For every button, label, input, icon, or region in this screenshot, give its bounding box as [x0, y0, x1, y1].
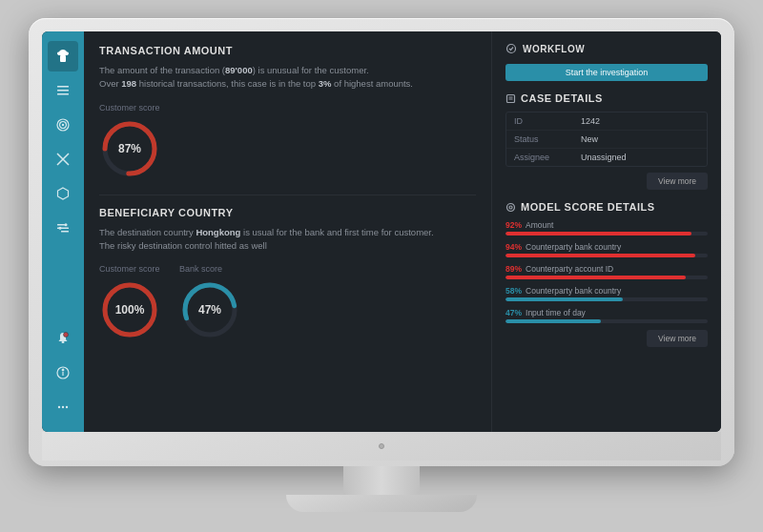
case-details-header: CASE DETAILS	[505, 92, 708, 104]
sidebar-icon-logo[interactable]	[48, 41, 78, 72]
transaction-customer-pct: 87%	[118, 142, 141, 155]
score-bar-fill-0	[505, 232, 691, 235]
monitor-stand	[29, 466, 734, 512]
model-score-icon	[505, 202, 516, 213]
score-bar-track-3	[505, 297, 708, 301]
case-row-assignee: Assignee Unassigned	[506, 149, 707, 166]
svg-point-6	[62, 124, 64, 126]
case-val-status: New	[581, 134, 598, 144]
score-bar-label-3: 58% Counterparty bank country	[505, 286, 708, 296]
monitor-camera	[379, 443, 384, 449]
beneficiary-customer-score-label: Customer score	[99, 264, 160, 274]
section-divider-1	[99, 194, 476, 195]
svg-rect-2	[57, 90, 69, 92]
svg-rect-10	[61, 231, 69, 233]
sidebar-icon-tune[interactable]	[48, 213, 78, 243]
score-bar-item-3: 58% Counterparty bank country	[505, 286, 708, 301]
model-score-title: MODEL SCORE DETAILS	[521, 201, 655, 213]
sidebar	[42, 31, 84, 432]
case-key-id: ID	[514, 116, 581, 126]
sidebar-icon-cross[interactable]	[48, 144, 78, 174]
monitor-wrapper: TRANSACTION AMOUNT The amount of the tra…	[29, 18, 734, 514]
case-key-assignee: Assignee	[514, 153, 581, 162]
score-bar-item-2: 89% Counterparty account ID	[505, 264, 708, 279]
start-investigation-button[interactable]: Start the investigation	[505, 64, 708, 81]
model-score-header: MODEL SCORE DETAILS	[505, 201, 708, 213]
score-bar-item-4: 47% Input time of day	[505, 308, 708, 323]
case-val-id: 1242	[581, 116, 600, 126]
monitor-body: TRANSACTION AMOUNT The amount of the tra…	[29, 18, 734, 466]
svg-point-19	[62, 406, 64, 408]
beneficiary-customer-circle: 100%	[99, 279, 160, 340]
content-area: TRANSACTION AMOUNT The amount of the tra…	[84, 31, 721, 432]
model-score-section: MODEL SCORE DETAILS 92% Amount	[505, 201, 708, 347]
beneficiary-bank-score-group: Bank score 47%	[179, 264, 240, 340]
score-bar-fill-3	[505, 297, 623, 301]
sidebar-icon-hex[interactable]	[48, 178, 78, 209]
transaction-customer-score-group: Customer score 87%	[99, 103, 160, 179]
sidebar-icon-list[interactable]	[48, 75, 78, 106]
score-bar-track-0	[505, 232, 708, 235]
score-bar-track-4	[505, 319, 708, 323]
transaction-highlight-amount: 89'000	[225, 65, 253, 75]
svg-point-20	[66, 406, 68, 408]
beneficiary-title: BENEFICIARY COUNTRY	[99, 207, 476, 218]
workflow-title: WORKFLOW	[523, 44, 585, 54]
svg-rect-3	[57, 93, 69, 95]
transaction-score-container: Customer score 87%	[99, 103, 476, 179]
beneficiary-bank-pct: 47%	[198, 303, 221, 317]
score-bar-fill-4	[505, 319, 601, 323]
case-details-icon	[505, 93, 516, 104]
model-score-view-more-button[interactable]: View more	[647, 330, 708, 347]
sidebar-icon-bell[interactable]	[48, 323, 78, 354]
svg-point-14	[64, 333, 69, 338]
score-bar-pct-2: 89%	[505, 264, 522, 274]
case-details-title: CASE DETAILS	[521, 92, 603, 104]
score-bar-fill-1	[505, 254, 695, 257]
case-val-assignee: Unassigned	[581, 153, 627, 162]
svg-point-18	[58, 406, 60, 408]
transaction-highlight-pct: 3%	[319, 78, 332, 89]
score-bar-label-2: 89% Counterparty account ID	[505, 264, 708, 274]
workflow-icon	[505, 43, 517, 54]
score-bar-label-1: 94% Counterparty bank country	[505, 242, 708, 252]
monitor-chin	[42, 432, 721, 460]
beneficiary-customer-pct: 100%	[115, 303, 145, 317]
score-bar-fill-2	[505, 276, 686, 279]
right-panel: WORKFLOW Start the investigation	[492, 31, 721, 432]
transaction-title: TRANSACTION AMOUNT	[99, 45, 476, 56]
score-bar-text-2: Counterparty account ID	[526, 264, 613, 274]
svg-rect-8	[57, 224, 65, 226]
beneficiary-desc: The destination country Hongkong is usua…	[99, 226, 476, 254]
score-bar-label-4: 47% Input time of day	[505, 308, 708, 317]
left-panel: TRANSACTION AMOUNT The amount of the tra…	[84, 31, 492, 432]
svg-rect-1	[57, 86, 69, 88]
score-bar-pct-4: 47%	[505, 308, 522, 317]
transaction-desc: The amount of the transaction (89'000) i…	[99, 64, 476, 92]
svg-point-11	[65, 223, 68, 226]
score-bar-track-2	[505, 276, 708, 279]
svg-rect-0	[60, 55, 66, 62]
beneficiary-bank-score-label: Bank score	[179, 264, 240, 274]
case-details-section: CASE DETAILS ID 1242 Status New	[505, 92, 708, 190]
stand-neck	[343, 466, 420, 495]
sidebar-icon-more[interactable]	[48, 392, 78, 422]
score-bar-item-1: 94% Counterparty bank country	[505, 242, 708, 257]
svg-point-17	[62, 369, 64, 371]
beneficiary-score-container: Customer score 100% Ba	[99, 264, 476, 340]
case-details-table: ID 1242 Status New Assignee Unassigned	[505, 112, 708, 167]
stand-base	[286, 495, 477, 512]
sidebar-icon-info[interactable]	[48, 358, 78, 388]
score-bar-text-1: Counterparty bank country	[526, 242, 621, 252]
svg-point-32	[509, 206, 512, 209]
transaction-highlight-count: 198	[121, 78, 136, 89]
svg-marker-7	[58, 188, 69, 199]
score-bar-track-1	[505, 254, 708, 257]
score-bar-text-4: Input time of day	[526, 308, 586, 317]
transaction-customer-circle: 87%	[99, 118, 160, 179]
score-bar-text-3: Counterparty bank country	[526, 286, 621, 296]
case-view-more-button[interactable]: View more	[647, 173, 708, 190]
score-bar-pct-1: 94%	[505, 242, 522, 252]
svg-point-31	[507, 203, 515, 211]
sidebar-icon-radar[interactable]	[48, 110, 78, 140]
